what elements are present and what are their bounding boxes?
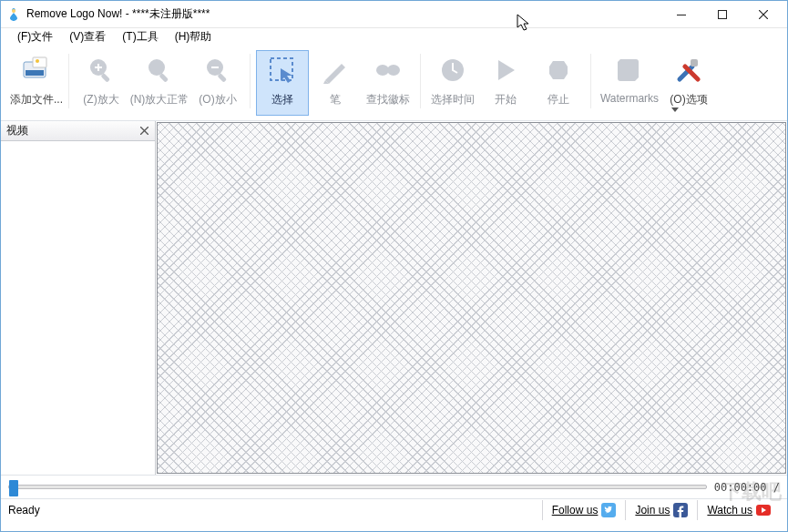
svg-rect-18	[691, 59, 698, 66]
zoom-in-label: (Z)放大	[83, 92, 118, 107]
dropdown-icon	[671, 107, 679, 112]
video-panel-close[interactable]	[137, 124, 151, 138]
toolbar-separator	[420, 54, 421, 108]
options-icon	[672, 54, 705, 87]
svg-rect-5	[33, 57, 46, 67]
pen-tool-icon	[319, 54, 352, 87]
zoom-out-label: (O)放小	[199, 92, 236, 107]
stop-icon	[542, 54, 575, 87]
maximize-button[interactable]	[701, 1, 742, 27]
svg-point-0	[12, 9, 15, 13]
svg-rect-16	[386, 68, 390, 71]
toolbar-separator	[250, 54, 251, 108]
watch-us-label: Watch us	[707, 504, 752, 517]
main-area: 视频	[1, 121, 787, 476]
menu-file[interactable]: (F)文件	[14, 27, 56, 46]
watermarks-button[interactable]: Watermarks	[597, 50, 662, 116]
svg-point-9	[148, 59, 165, 76]
follow-us-link[interactable]: Follow us	[542, 500, 626, 520]
choose-time-button[interactable]: 选择时间	[426, 50, 479, 116]
select-tool-icon	[266, 54, 299, 87]
stop-label: 停止	[548, 92, 569, 107]
join-us-label: Join us	[635, 504, 670, 517]
pen-tool-label: 笔	[330, 92, 341, 107]
follow-us-label: Follow us	[552, 504, 599, 517]
choose-time-label: 选择时间	[431, 92, 475, 107]
video-panel-title: 视频	[6, 123, 28, 138]
svg-rect-2	[718, 10, 726, 18]
zoom-out-button[interactable]: (O)放小	[191, 50, 244, 116]
select-tool-button[interactable]: 选择	[256, 50, 309, 116]
options-label: (O)选项	[670, 92, 707, 112]
facebook-icon	[673, 503, 688, 517]
add-files-label: 添加文件...	[10, 92, 63, 107]
svg-point-6	[36, 59, 39, 63]
svg-rect-4	[26, 70, 44, 76]
watermarks-label: Watermarks	[600, 92, 659, 105]
menu-bar: (F)文件 (V)查看 (T)工具 (H)帮助	[1, 28, 787, 48]
find-logo-label: 查找徽标	[366, 92, 410, 107]
seek-track[interactable]	[8, 485, 707, 489]
zoom-in-button[interactable]: (Z)放大	[75, 50, 128, 116]
watermarks-icon	[613, 54, 646, 87]
toolbar: 添加文件... (Z)放大 (N)放大正常 (O)放小 选择	[1, 48, 787, 121]
minimize-button[interactable]	[660, 1, 701, 27]
toolbar-separator	[590, 54, 591, 108]
find-logo-button[interactable]: 查找徽标	[362, 50, 414, 116]
join-us-link[interactable]: Join us	[625, 500, 697, 520]
zoom-out-icon	[201, 54, 234, 87]
video-panel: 视频	[1, 121, 156, 475]
options-button[interactable]: (O)选项	[662, 50, 715, 116]
maximize-icon	[718, 10, 727, 19]
zoom-normal-button[interactable]: (N)放大正常	[128, 50, 191, 116]
app-icon	[6, 7, 21, 22]
pen-tool-button[interactable]: 笔	[309, 50, 362, 116]
twitter-icon	[601, 503, 616, 517]
select-tool-label: 选择	[271, 92, 293, 107]
minimize-icon	[677, 10, 686, 19]
choose-time-icon	[436, 54, 469, 87]
menu-tools[interactable]: (T)工具	[118, 27, 161, 46]
close-icon	[759, 10, 768, 19]
watch-us-link[interactable]: Watch us	[697, 500, 780, 520]
close-icon	[140, 127, 148, 135]
menu-view[interactable]: (V)查看	[66, 27, 109, 46]
toolbar-separator	[68, 54, 69, 108]
title-bar: Remove Logo Now! - ****未注册版****	[1, 1, 787, 28]
seek-thumb[interactable]	[9, 480, 18, 496]
window-title: Remove Logo Now! - ****未注册版****	[26, 6, 210, 22]
find-logo-icon	[372, 54, 404, 87]
stop-button[interactable]: 停止	[532, 50, 585, 116]
zoom-normal-icon	[143, 54, 176, 87]
preview-canvas[interactable]	[157, 122, 786, 474]
video-list[interactable]	[1, 141, 155, 475]
svg-rect-1	[677, 15, 686, 15]
video-panel-header: 视频	[1, 121, 155, 141]
menu-help[interactable]: (H)帮助	[171, 27, 216, 46]
start-button[interactable]: 开始	[479, 50, 532, 116]
youtube-icon	[756, 503, 771, 517]
status-bar: Ready Follow us Join us Watch us	[1, 499, 787, 521]
add-files-button[interactable]: 添加文件...	[10, 50, 63, 116]
zoom-in-icon	[85, 54, 118, 87]
status-text: Ready	[8, 504, 542, 517]
close-button[interactable]	[742, 1, 783, 27]
zoom-normal-label: (N)放大正常	[130, 92, 189, 107]
seek-bar: 00:00:00 /	[1, 476, 787, 499]
time-display: 00:00:00 /	[714, 481, 780, 494]
start-icon	[489, 54, 522, 87]
add-files-icon	[20, 54, 53, 87]
start-label: 开始	[495, 92, 517, 107]
